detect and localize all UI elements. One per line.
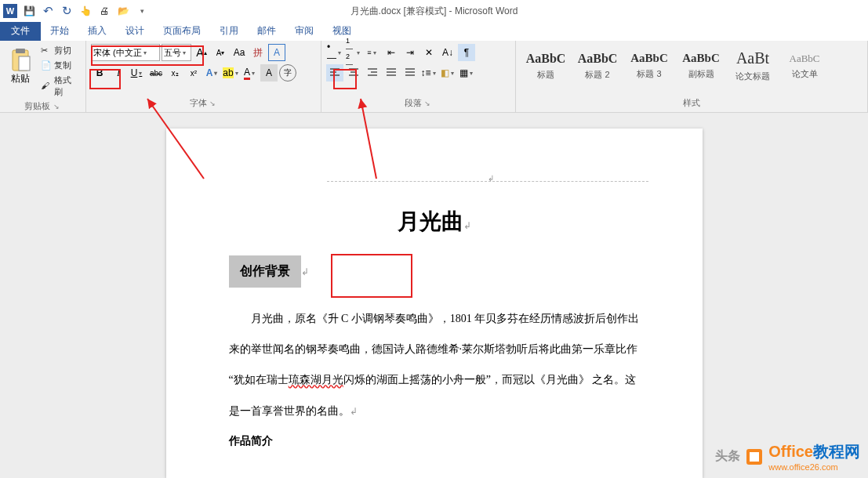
- tab-home[interactable]: 开始: [41, 21, 78, 41]
- doc-heading-1[interactable]: 创作背景: [229, 255, 301, 288]
- style-title[interactable]: AaBbC标题: [521, 44, 571, 88]
- tab-insert[interactable]: 插入: [78, 21, 116, 41]
- justify-icon: [385, 67, 398, 78]
- center-button[interactable]: [345, 64, 362, 81]
- numbering-button[interactable]: 1—2—▾: [345, 44, 362, 61]
- borders-button[interactable]: ▦▾: [458, 64, 475, 81]
- numbering-icon: 1—2—: [346, 37, 355, 68]
- bold-button[interactable]: B: [91, 64, 108, 81]
- strike-button[interactable]: abc: [147, 64, 165, 81]
- shrink-font-button[interactable]: A▾: [212, 44, 229, 61]
- open-icon[interactable]: 📂: [116, 4, 130, 18]
- cut-button[interactable]: ✂剪切: [39, 44, 81, 57]
- borders-icon: ▦: [459, 67, 468, 78]
- font-size-combo[interactable]: 五号▾: [162, 44, 191, 61]
- doc-paragraph-1[interactable]: 月光曲，原名《升 C 小调钢琴奏鸣曲》，1801 年贝多芬在经历情感波折后创作出…: [229, 303, 640, 426]
- group-paragraph: •—▾ 1—2—▾ ≡▾ ⇤ ⇥ ✕ A↓ ¶: [321, 41, 516, 112]
- line-spacing-icon: ↕≡: [421, 67, 431, 78]
- group-font: 宋体 (中文正▾ 五号▾ A▴ A▾ Aa 拼 A B I U▾ abc x₂ …: [86, 41, 321, 112]
- copy-icon: 📄: [41, 60, 52, 71]
- align-left-icon: [329, 67, 341, 78]
- window-title: 月光曲.docx [兼容模式] - Microsoft Word: [350, 5, 518, 18]
- format-painter-button[interactable]: 🖌格式刷: [39, 74, 81, 99]
- align-left-button[interactable]: [326, 64, 343, 81]
- show-marks-button[interactable]: ¶: [458, 44, 475, 61]
- paste-label: 粘贴: [11, 72, 30, 85]
- cut-icon: ✂: [41, 45, 52, 56]
- subscript-button[interactable]: x₂: [166, 64, 183, 81]
- text-effects-button[interactable]: A▾: [204, 64, 221, 81]
- svg-rect-21: [750, 452, 759, 462]
- tab-mailings[interactable]: 邮件: [248, 21, 285, 41]
- font-name-combo[interactable]: 宋体 (中文正▾: [91, 44, 160, 61]
- style-heading2[interactable]: AaBbC标题 2: [572, 44, 623, 88]
- bullets-button[interactable]: •—▾: [326, 44, 343, 61]
- decrease-indent-button[interactable]: ⇤: [383, 44, 400, 61]
- save-icon[interactable]: 💾: [22, 4, 36, 18]
- tab-review[interactable]: 审阅: [285, 21, 323, 41]
- tab-file[interactable]: 文件: [0, 21, 41, 41]
- paste-button[interactable]: 粘贴: [5, 44, 36, 99]
- tab-layout[interactable]: 页面布局: [154, 21, 210, 41]
- header-boundary: ↲: [327, 180, 648, 182]
- tab-design[interactable]: 设计: [116, 21, 154, 41]
- style-paper-single[interactable]: AaBbC论文单: [779, 44, 830, 88]
- center-icon: [347, 67, 360, 78]
- align-right-button[interactable]: [364, 64, 381, 81]
- distributed-button[interactable]: [401, 64, 419, 81]
- print-preview-icon[interactable]: 🖨: [97, 4, 111, 18]
- document-page[interactable]: ↲ 月光曲↲ 创作背景↲ 月光曲，原名《升 C 小调钢琴奏鸣曲》，1801 年贝…: [166, 129, 703, 478]
- char-border-button[interactable]: A: [268, 44, 285, 61]
- quick-access-toolbar: W 💾 ↶ ↻ 👆 🖨 📂 ▾: [0, 4, 149, 18]
- chevron-down-icon: ▾: [181, 49, 187, 56]
- tab-references[interactable]: 引用: [210, 21, 248, 41]
- group-clipboard: 粘贴 ✂剪切 📄复制 🖌格式刷 剪贴板 ↘: [0, 41, 86, 112]
- phonetic-button[interactable]: 拼: [249, 44, 267, 61]
- shading-icon: ◧: [441, 67, 449, 78]
- qat-dropdown-icon[interactable]: ▾: [135, 4, 149, 18]
- font-launcher[interactable]: ↘: [209, 100, 217, 107]
- spelling-error: 琉森湖月光: [289, 374, 343, 386]
- touch-icon[interactable]: 👆: [78, 4, 93, 18]
- doc-heading-2[interactable]: 作品简介: [229, 434, 640, 448]
- titlebar: W 💾 ↶ ↻ 👆 🖨 📂 ▾ 月光曲.docx [兼容模式] - Micros…: [0, 0, 868, 22]
- paragraph-launcher[interactable]: ↘: [424, 100, 432, 107]
- font-color-button[interactable]: A▾: [242, 64, 259, 81]
- char-shading-button[interactable]: A: [260, 64, 278, 81]
- italic-button[interactable]: I: [110, 64, 127, 81]
- enclose-char-button[interactable]: 字: [279, 64, 296, 81]
- style-subtitle[interactable]: AaBbC副标题: [676, 44, 726, 88]
- sort-button[interactable]: A↓: [439, 44, 456, 61]
- doc-title[interactable]: 月光曲↲: [229, 207, 640, 237]
- highlight-button[interactable]: ab▾: [223, 64, 240, 81]
- style-paper-title[interactable]: AaBt论文标题: [728, 44, 778, 88]
- multilevel-button[interactable]: ≡▾: [364, 44, 381, 61]
- grow-font-button[interactable]: A▴: [193, 44, 210, 61]
- chevron-down-icon: ▾: [142, 49, 148, 56]
- group-styles-label: 样式: [683, 98, 700, 107]
- clipboard-launcher[interactable]: ↘: [53, 103, 61, 110]
- bullets-icon: •—: [327, 42, 336, 63]
- document-area[interactable]: ↲ 月光曲↲ 创作背景↲ 月光曲，原名《升 C 小调钢琴奏鸣曲》，1801 年贝…: [0, 113, 868, 478]
- increase-indent-button[interactable]: ⇥: [401, 44, 419, 61]
- watermark: 头条 Office教程网 www.office26.com: [715, 441, 860, 472]
- justify-button[interactable]: [383, 64, 400, 81]
- shading-button[interactable]: ◧▾: [439, 64, 456, 81]
- copy-button[interactable]: 📄复制: [39, 59, 81, 72]
- superscript-button[interactable]: x²: [185, 64, 202, 81]
- paste-icon: [8, 47, 33, 72]
- underline-button[interactable]: U▾: [129, 64, 146, 81]
- undo-icon[interactable]: ↶: [41, 4, 55, 18]
- change-case-button[interactable]: Aa: [231, 44, 248, 61]
- redo-icon[interactable]: ↻: [60, 4, 74, 18]
- group-font-label: 字体: [190, 98, 207, 107]
- line-spacing-button[interactable]: ↕≡▾: [420, 64, 438, 81]
- group-clipboard-label: 剪贴板: [24, 101, 50, 110]
- brush-icon: 🖌: [41, 81, 52, 92]
- ltr-button[interactable]: ✕: [420, 44, 438, 61]
- distributed-icon: [404, 67, 416, 78]
- ribbon-tabs: 文件 开始 插入 设计 页面布局 引用 邮件 审阅 视图: [0, 22, 868, 41]
- outdent-icon: ⇤: [387, 47, 395, 58]
- style-heading3[interactable]: AaBbC标题 3: [624, 44, 674, 88]
- ltr-icon: ✕: [425, 47, 433, 58]
